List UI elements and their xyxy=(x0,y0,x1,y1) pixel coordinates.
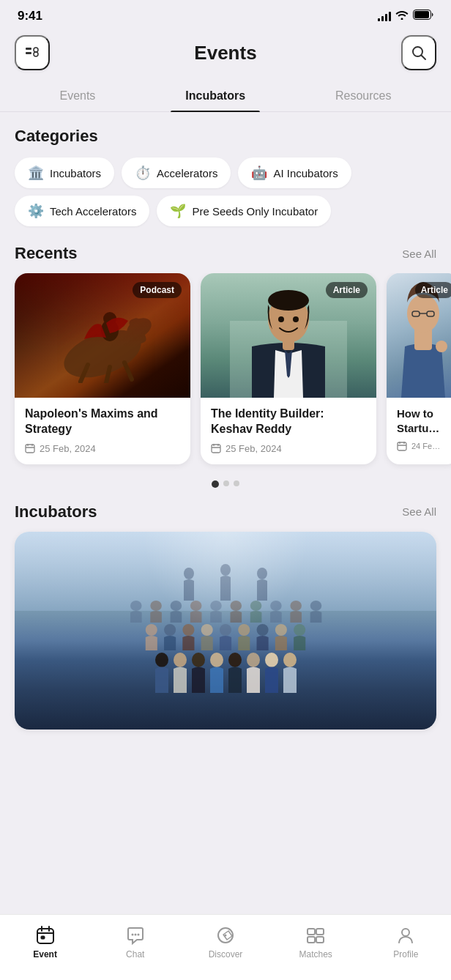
svg-point-86 xyxy=(402,929,409,936)
svg-point-49 xyxy=(230,601,242,611)
svg-point-47 xyxy=(190,601,201,611)
svg-rect-84 xyxy=(316,929,324,935)
svg-rect-2 xyxy=(26,48,31,50)
search-icon xyxy=(411,45,427,61)
svg-point-42 xyxy=(220,564,231,576)
tab-resources[interactable]: Resources xyxy=(321,82,406,111)
status-icons xyxy=(378,10,433,23)
dot-3 xyxy=(234,480,239,486)
svg-point-57 xyxy=(201,624,213,636)
card-keshav-date: 25 Feb, 2024 xyxy=(211,443,366,454)
nav-discover[interactable]: Discover xyxy=(196,925,255,959)
svg-point-36 xyxy=(436,341,447,352)
svg-point-41 xyxy=(184,568,194,579)
dot-1 xyxy=(212,480,219,488)
svg-point-51 xyxy=(269,601,281,611)
calendar-icon-small-2 xyxy=(211,443,221,453)
card-startup-title: How toStartu… xyxy=(397,407,450,435)
nav-profile-label: Profile xyxy=(393,949,418,959)
svg-point-5 xyxy=(34,52,38,56)
incubator-card-main[interactable] xyxy=(15,532,436,730)
card-startup-body: How toStartu… 24 Fe… xyxy=(387,398,451,461)
svg-point-50 xyxy=(250,601,261,611)
svg-point-63 xyxy=(155,653,168,667)
matches-icon xyxy=(305,925,326,946)
tech-icon: ⚙️ xyxy=(28,203,44,219)
svg-point-43 xyxy=(257,568,267,579)
svg-point-44 xyxy=(130,601,141,611)
svg-point-59 xyxy=(238,624,250,636)
category-incubators[interactable]: 🏛️ Incubators xyxy=(15,157,114,188)
svg-point-45 xyxy=(150,601,162,611)
search-button[interactable] xyxy=(401,35,436,70)
categories-title: Categories xyxy=(15,127,436,146)
incubators-header: Incubators See All xyxy=(15,502,436,521)
svg-point-53 xyxy=(310,601,321,611)
svg-rect-3 xyxy=(26,52,31,54)
svg-point-64 xyxy=(174,653,187,667)
recents-title: Recents xyxy=(15,244,78,263)
nav-event[interactable]: Event xyxy=(16,925,75,959)
card-startup-badge: Article xyxy=(415,282,451,298)
svg-point-69 xyxy=(265,653,278,667)
nav-chat[interactable]: Chat xyxy=(106,925,165,959)
card-keshav[interactable]: Article The Identity Builder: Keshav Red… xyxy=(201,273,376,464)
nav-discover-label: Discover xyxy=(209,949,243,959)
tab-incubators[interactable]: Incubators xyxy=(171,82,260,111)
svg-rect-26 xyxy=(212,445,220,453)
svg-point-65 xyxy=(192,653,205,667)
svg-point-54 xyxy=(146,624,157,636)
status-time: 9:41 xyxy=(18,9,42,23)
svg-point-60 xyxy=(257,624,269,636)
recents-cards-scroll: Podcast Napoleon's Maxims and Strategy 2… xyxy=(0,273,451,472)
dot-2 xyxy=(223,480,229,486)
menu-button[interactable] xyxy=(15,35,50,70)
header: Events xyxy=(0,29,451,82)
nav-matches[interactable]: Matches xyxy=(286,925,345,959)
svg-point-25 xyxy=(293,316,299,322)
menu-icon xyxy=(23,44,41,62)
status-bar: 9:41 xyxy=(0,0,451,29)
card-keshav-img: Article xyxy=(201,273,376,398)
card-napoleon-img: Podcast xyxy=(15,273,190,398)
incubators-title: Incubators xyxy=(15,502,97,521)
svg-rect-71 xyxy=(37,929,53,943)
categories-section: Categories 🏛️ Incubators ⏱️ Accelerators… xyxy=(15,127,436,226)
svg-point-66 xyxy=(210,653,223,667)
category-ai-incubators[interactable]: 🤖 AI Incubators xyxy=(238,157,351,188)
svg-point-68 xyxy=(247,653,260,667)
svg-point-77 xyxy=(134,934,136,936)
card-startup-partial[interactable]: Article How toStartu… 24 Fe… xyxy=(387,273,451,464)
main-content: Categories 🏛️ Incubators ⏱️ Accelerators… xyxy=(0,112,451,817)
category-pre-seeds[interactable]: 🌱 Pre Seeds Only Incubator xyxy=(157,196,331,226)
card-napoleon-title: Napoleon's Maxims and Strategy xyxy=(25,407,180,437)
svg-line-7 xyxy=(421,56,425,60)
card-napoleon-date: 25 Feb, 2024 xyxy=(25,443,180,454)
nav-chat-label: Chat xyxy=(126,949,144,959)
recents-header: Recents See All xyxy=(15,244,436,263)
svg-point-52 xyxy=(290,601,302,611)
incubators-see-all[interactable]: See All xyxy=(402,505,436,518)
svg-point-67 xyxy=(228,653,242,667)
svg-point-78 xyxy=(137,934,139,936)
svg-point-76 xyxy=(131,934,133,936)
profile-icon xyxy=(395,925,416,946)
nav-profile[interactable]: Profile xyxy=(376,925,435,959)
recents-see-all[interactable]: See All xyxy=(402,248,436,260)
ai-icon: 🤖 xyxy=(251,165,267,181)
svg-point-58 xyxy=(220,624,231,636)
svg-point-81 xyxy=(224,935,226,937)
category-accelerators[interactable]: ⏱️ Accelerators xyxy=(122,157,231,188)
card-keshav-title: The Identity Builder: Keshav Reddy xyxy=(211,407,366,437)
card-napoleon[interactable]: Podcast Napoleon's Maxims and Strategy 2… xyxy=(15,273,190,464)
svg-point-55 xyxy=(164,624,176,636)
recents-section: Recents See All xyxy=(15,244,436,488)
incubators-icon: 🏛️ xyxy=(28,165,44,181)
card-startup-date: 24 Fe… xyxy=(397,441,450,451)
tab-events[interactable]: Events xyxy=(45,82,110,111)
category-tech-accelerators[interactable]: ⚙️ Tech Accelerators xyxy=(15,196,149,226)
tabs: Events Incubators Resources xyxy=(0,82,451,112)
discover-icon xyxy=(215,925,236,946)
page-title: Events xyxy=(194,42,256,64)
battery-icon xyxy=(413,10,433,23)
